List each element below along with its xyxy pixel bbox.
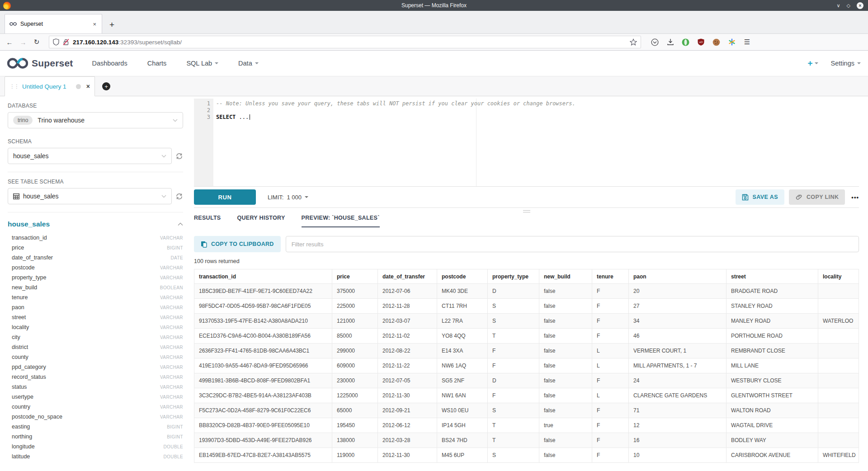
settings-menu[interactable]: Settings [831,60,861,67]
query-tab-close-icon[interactable]: × [86,83,90,90]
splitter-grip-icon[interactable] [523,210,530,212]
table-cell: BRADGATE ROAD [726,284,818,299]
copy-to-clipboard-button[interactable]: COPY TO CLIPBOARD [194,236,281,252]
column-header-property_type[interactable]: property_type [488,269,539,284]
tab-preview-house-sales[interactable]: PREVIEW: `HOUSE_SALES` [302,215,380,227]
table-cell: L [592,358,629,373]
table-cell [818,329,859,344]
column-type: DATE [170,255,183,260]
privacy-extension-icon[interactable] [682,38,689,46]
schema-column-row: countyVARCHAR [8,352,183,362]
editor-line-blank [216,107,859,114]
column-header-postcode[interactable]: postcode [437,269,488,284]
cookie-extension-icon[interactable] [712,38,720,46]
table-cell: 3C3C29DC-B7B2-4BE5-914A-A38123AF403B [194,388,332,403]
table-cell: M45 6UP [437,448,488,463]
column-type: VARCHAR [160,325,183,330]
add-new-button[interactable]: + [807,58,818,68]
save-as-button[interactable]: SAVE AS [736,189,784,205]
drag-handle-icon[interactable]: ⋮⋮ [9,83,19,89]
run-button[interactable]: RUN [194,189,256,205]
nav-menu: DashboardsChartsSQL LabData [92,60,258,67]
table-cell: 85000 [332,329,378,344]
add-query-tab-button[interactable]: + [102,82,110,90]
column-header-paon[interactable]: paon [629,269,726,284]
table-cell: false [539,314,592,329]
pane-splitter[interactable] [194,207,859,215]
copy-link-button[interactable]: COPY LINK [789,189,845,205]
bookmark-star-icon[interactable] [630,38,637,46]
table-cell: F [592,314,629,329]
nav-item-dashboards[interactable]: Dashboards [92,60,127,67]
table-cell: F [488,388,539,403]
table-cell: false [539,358,592,373]
refresh-schemas-button[interactable] [175,152,183,160]
column-header-date_of_transfer[interactable]: date_of_transfer [378,269,437,284]
table-row: 91370533-19F5-47FE-B142-A380A8ADA2101210… [194,314,859,329]
nav-item-sql-lab[interactable]: SQL Lab [186,60,218,67]
sql-editor[interactable]: 123 -- Note: Unless you save your query,… [194,99,859,187]
nav-item-data[interactable]: Data [238,60,259,67]
column-name: northing [12,433,167,440]
window-close-button[interactable]: × [857,2,863,9]
tracking-shield-icon[interactable] [53,38,59,46]
schema-select[interactable]: house_sales [8,148,172,164]
superset-logo-icon[interactable] [7,57,28,69]
container-extension-icon[interactable] [728,38,736,46]
table-cell: 2012-03-28 [378,433,437,448]
sidebar-divider [8,172,183,172]
table-cell: 10 [629,448,726,463]
column-header-transaction_id[interactable]: transaction_id [194,269,332,284]
limit-dropdown[interactable]: LIMIT: 1 000 [268,194,308,201]
reload-button[interactable]: ↻ [30,38,43,46]
insecure-lock-icon[interactable] [63,38,69,46]
table-cell: E14 3XA [437,344,488,358]
table-cell: T [488,329,539,344]
superset-brand[interactable]: Superset [32,58,73,69]
table-cell: 24 [629,373,726,388]
table-cell: L22 7RA [437,314,488,329]
nav-item-charts[interactable]: Charts [147,60,167,67]
tab-query-history[interactable]: QUERY HISTORY [237,215,285,227]
column-header-street[interactable]: street [726,269,818,284]
ublock-icon[interactable]: uO [697,38,705,46]
table-cell: 98F5DC47-0D05-4D59-95B7-98CA6F1FDE05 [194,299,332,314]
tab-close-icon[interactable]: × [92,21,97,28]
table-cell: 193907D3-5DBD-453D-A49E-9FEE27DAB926 [194,433,332,448]
column-type: DOUBLE [163,444,183,449]
tab-results[interactable]: RESULTS [194,215,221,227]
more-actions-button[interactable]: ••• [851,194,859,201]
filter-results-input[interactable] [286,236,859,252]
query-tab-title[interactable]: Untitled Query 1 [22,83,76,90]
window-minimize-button[interactable]: ∨ [836,3,840,8]
schema-column-row: usertypeVARCHAR [8,392,183,402]
table-cell: 375000 [332,284,378,299]
table-cell: L [592,344,629,358]
refresh-tables-button[interactable] [175,193,183,200]
column-header-price[interactable]: price [332,269,378,284]
column-type: VARCHAR [160,265,183,270]
database-select[interactable]: trino Trino warehouse [8,112,183,128]
table-cell: S [488,403,539,418]
query-tab[interactable]: ⋮⋮ Untitled Query 1 × [5,76,95,96]
column-header-locality[interactable]: locality [818,269,859,284]
pocket-icon[interactable] [651,38,659,46]
back-button[interactable]: ← [3,38,16,46]
new-tab-button[interactable]: + [109,20,114,29]
copy-to-clipboard-label: COPY TO CLIPBOARD [211,241,274,247]
table-panel-title[interactable]: house_sales [8,220,178,228]
column-header-tenure[interactable]: tenure [592,269,629,284]
url-bar[interactable]: 217.160.120.143:32393/superset/sqllab/ [49,36,641,48]
forward-button[interactable]: → [16,38,30,46]
download-icon[interactable] [666,38,674,46]
url-text[interactable]: 217.160.120.143:32393/superset/sqllab/ [73,39,630,46]
window-maximize-button[interactable]: ◇ [847,3,850,8]
column-header-new_build[interactable]: new_build [539,269,592,284]
settings-label: Settings [831,60,854,67]
collapse-chevron-icon[interactable] [178,222,183,226]
browser-tab[interactable]: Superset × [5,14,102,33]
column-name: new_build [12,284,160,291]
table-select[interactable]: house_sales [8,188,172,204]
column-name: street [12,314,160,320]
menu-hamburger-icon[interactable]: ☰ [743,38,751,46]
